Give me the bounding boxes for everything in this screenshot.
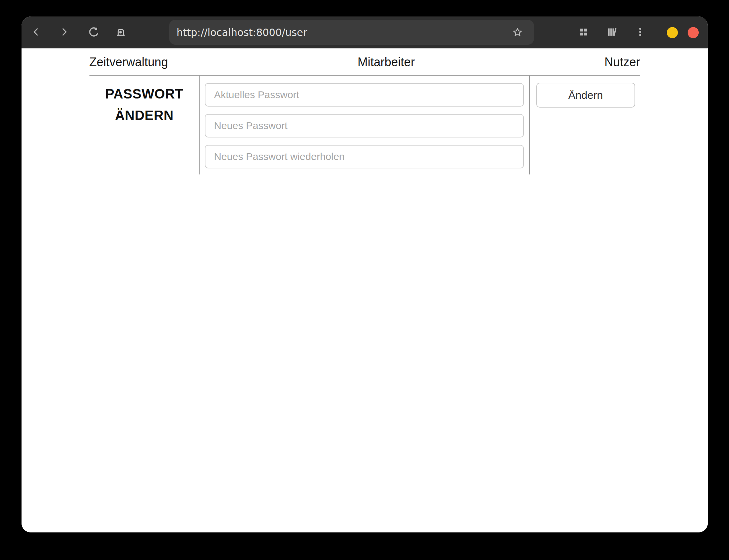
back-icon	[30, 26, 42, 39]
fields-column	[199, 76, 530, 174]
nav-item-nutzer[interactable]: Nutzer	[604, 54, 640, 70]
forward-button[interactable]	[58, 26, 71, 39]
submit-column: Ändern	[530, 76, 640, 174]
reload-button[interactable]	[87, 26, 100, 39]
back-button[interactable]	[30, 26, 42, 39]
bookmark-button[interactable]	[511, 26, 524, 39]
new-tab-button[interactable]	[114, 26, 127, 39]
nav-item-mitarbeiter[interactable]: Mitarbeiter	[358, 54, 415, 70]
password-change-section: PASSWORT ÄNDERN Ändern	[89, 75, 640, 174]
nav-item-zeitverwaltung[interactable]: Zeitverwaltung	[89, 54, 168, 70]
repeat-password-input[interactable]	[205, 145, 524, 168]
tab-grid-icon	[578, 26, 589, 39]
change-password-button[interactable]: Ändern	[536, 83, 635, 108]
new-password-input[interactable]	[205, 114, 524, 137]
kebab-menu-icon	[635, 26, 646, 39]
section-title: PASSWORT ÄNDERN	[89, 83, 199, 126]
page-content: Zeitverwaltung Mitarbeiter Nutzer PASSWO…	[22, 48, 708, 532]
minimize-button[interactable]	[667, 27, 678, 38]
tab-overview-button[interactable]	[577, 26, 590, 39]
library-icon	[606, 26, 618, 39]
heading-column: PASSWORT ÄNDERN	[89, 76, 199, 174]
menu-button[interactable]	[634, 26, 647, 39]
top-navigation: Zeitverwaltung Mitarbeiter Nutzer	[89, 48, 640, 75]
browser-titlebar: http://localhost:8000/user	[22, 16, 708, 48]
address-bar[interactable]: http://localhost:8000/user	[169, 20, 534, 45]
browser-window: http://localhost:8000/user	[22, 16, 708, 532]
current-password-input[interactable]	[205, 83, 524, 107]
close-button[interactable]	[688, 27, 699, 38]
url-text: http://localhost:8000/user	[177, 27, 307, 38]
forward-icon	[59, 26, 70, 39]
library-button[interactable]	[606, 26, 618, 39]
bookmark-star-icon	[511, 26, 524, 38]
new-tab-icon	[115, 26, 127, 39]
reload-icon	[88, 26, 100, 39]
